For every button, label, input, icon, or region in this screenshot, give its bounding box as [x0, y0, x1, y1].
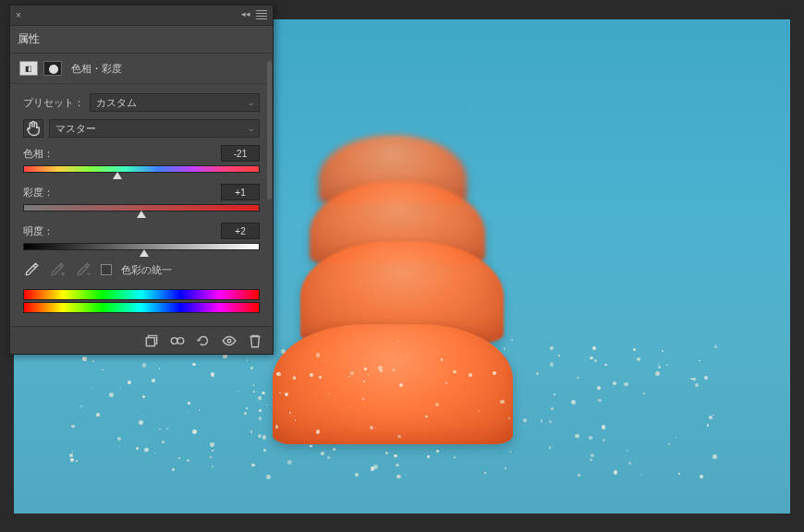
panel-menu-icon[interactable] [254, 7, 269, 22]
output-spectrum[interactable] [23, 302, 260, 313]
image-subject [273, 324, 513, 444]
hue-saturation-icon[interactable]: ◧ [19, 61, 38, 76]
slider-thumb[interactable] [137, 211, 146, 218]
layer-mask-icon[interactable] [43, 61, 62, 76]
lightness-slider-group: 明度： +2 [23, 223, 260, 252]
lightness-slider[interactable] [23, 243, 260, 252]
slider-thumb[interactable] [140, 249, 149, 257]
panel-header[interactable]: × ◂◂ [10, 6, 273, 26]
clip-to-layer-icon[interactable] [143, 332, 160, 349]
eyedropper-add-icon[interactable] [49, 261, 66, 278]
saturation-label: 彩度： [23, 186, 54, 200]
panel-title: 属性 [10, 26, 273, 54]
targeted-adjustment-tool-icon[interactable] [23, 119, 43, 138]
color-spectrum-bars [23, 289, 260, 313]
slider-thumb[interactable] [113, 172, 122, 179]
trash-icon[interactable] [247, 332, 263, 349]
adjustment-name: 色相・彩度 [71, 62, 122, 76]
visibility-icon[interactable] [221, 332, 238, 349]
svg-rect-0 [146, 337, 154, 345]
collapse-icon[interactable]: ◂◂ [241, 9, 250, 18]
hue-slider[interactable] [23, 165, 260, 175]
adjustment-type-header: ◧ 色相・彩度 [10, 54, 273, 84]
panel-body: プリセット： カスタム ⌵ マスター ⌵ 色相： -21 [10, 84, 273, 326]
colorize-label: 色彩の統一 [121, 263, 172, 277]
svg-point-3 [227, 339, 231, 343]
hue-label: 色相： [23, 147, 54, 161]
hue-slider-group: 色相： -21 [23, 145, 260, 175]
saturation-value-input[interactable]: +1 [221, 184, 260, 200]
preset-label: プリセット： [23, 96, 84, 110]
channel-value: マスター [55, 122, 96, 136]
channel-dropdown[interactable]: マスター ⌵ [49, 119, 260, 138]
chevron-down-icon: ⌵ [249, 124, 253, 133]
chevron-down-icon: ⌵ [249, 98, 253, 107]
eyedropper-subtract-icon[interactable] [75, 261, 91, 278]
lightness-value-input[interactable]: +2 [221, 223, 260, 239]
properties-panel: × ◂◂ 属性 ◧ 色相・彩度 プリセット： カスタム ⌵ マスター [9, 5, 274, 355]
preset-dropdown[interactable]: カスタム ⌵ [90, 93, 260, 112]
colorize-checkbox[interactable] [101, 264, 112, 275]
eyedropper-row: 色彩の統一 [23, 261, 260, 278]
svg-point-1 [171, 337, 177, 344]
input-spectrum[interactable] [23, 289, 260, 300]
svg-point-2 [177, 337, 184, 344]
eyedropper-icon[interactable] [23, 261, 40, 278]
saturation-slider[interactable] [23, 204, 260, 213]
lightness-label: 明度： [23, 224, 54, 238]
saturation-slider-group: 彩度： +1 [23, 184, 260, 213]
reset-icon[interactable] [195, 332, 212, 349]
panel-footer [10, 326, 273, 354]
view-previous-state-icon[interactable] [169, 332, 186, 349]
close-icon[interactable]: × [16, 10, 21, 20]
preset-value: カスタム [96, 96, 137, 110]
hue-value-input[interactable]: -21 [221, 145, 260, 162]
panel-scrollbar[interactable] [267, 61, 272, 200]
